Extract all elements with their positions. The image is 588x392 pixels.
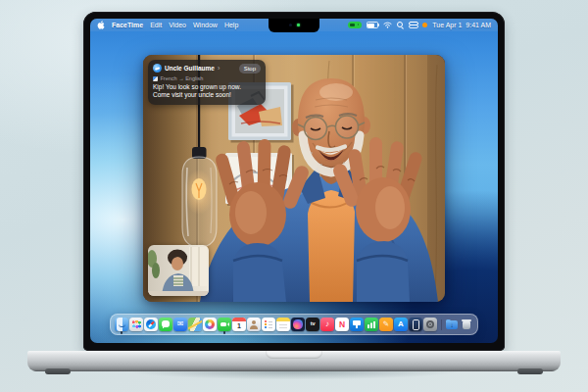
display-notch — [269, 19, 319, 32]
menu-facetime[interactable]: FaceTime — [112, 22, 143, 28]
menu-help[interactable]: Help — [224, 22, 238, 28]
dock-photos[interactable] — [203, 318, 217, 331]
mail-icon: ✉ — [173, 318, 187, 331]
self-view-pip[interactable] — [148, 245, 209, 296]
dock-settings[interactable] — [423, 318, 437, 331]
messages-icon — [159, 318, 172, 331]
spotlight-icon[interactable] — [397, 22, 405, 29]
dock-divider — [441, 319, 442, 330]
dock-reminders[interactable] — [262, 318, 275, 331]
stop-captions-button[interactable]: Stop — [239, 64, 261, 74]
dock-notes[interactable] — [276, 318, 290, 331]
dock-numbers[interactable] — [365, 318, 378, 331]
keynote-icon — [350, 318, 364, 331]
live-caption-overlay: Uncle Guillaume › Stop French → English … — [148, 60, 266, 105]
dock-pages[interactable]: ✎ — [379, 318, 393, 331]
self-video-feed — [148, 245, 209, 296]
dock-messages[interactable] — [159, 318, 172, 331]
translation-language-row: French → English — [153, 75, 261, 81]
menu-window[interactable]: Window — [193, 22, 218, 28]
news-icon: N — [335, 318, 349, 331]
menu-bar-menus: FaceTimeEditVideoWindowHelp — [112, 22, 238, 28]
laptop-shadow — [59, 371, 529, 383]
caption-speaker-name: Uncle Guillaume — [165, 65, 215, 72]
mic-active-indicator — [422, 23, 427, 27]
dock-keynote[interactable] — [350, 318, 364, 331]
pages-icon: ✎ — [379, 318, 393, 331]
apple-menu[interactable] — [97, 21, 105, 29]
dock-calendar[interactable]: 1 — [232, 318, 246, 331]
notes-icon — [276, 318, 290, 331]
facetime-window: Uncle Guillaume › Stop French → English … — [143, 55, 445, 302]
chevron-right-icon: › — [218, 65, 220, 72]
dock-iphone-mirroring[interactable] — [409, 318, 422, 331]
appstore-icon: A — [394, 318, 408, 331]
apple-logo-icon — [97, 21, 105, 29]
dock-trash[interactable] — [460, 318, 473, 331]
music-icon: ♪ — [320, 318, 334, 331]
battery-icon[interactable] — [367, 22, 378, 28]
caption-line-2: Come visit your uncle soon! — [153, 91, 261, 99]
dock-mail[interactable]: ✉ — [173, 318, 187, 331]
macbook-display: FaceTimeEditVideoWindowHelp Tue Apr 1 9:… — [90, 19, 498, 343]
running-indicator — [223, 331, 225, 333]
dock-safari[interactable] — [144, 318, 158, 331]
camera-led-indicator — [297, 24, 300, 26]
dock-downloads[interactable]: ↓ — [445, 318, 459, 331]
facetime-icon — [218, 318, 231, 331]
calendar-icon: 1 — [232, 318, 246, 331]
iphone-mirroring-icon — [409, 318, 422, 331]
running-indicator — [121, 331, 122, 333]
control-center-icon[interactable] — [409, 22, 417, 27]
camera-active-indicator[interactable] — [348, 22, 362, 28]
dock-siri[interactable] — [291, 318, 305, 331]
contacts-icon — [247, 318, 261, 331]
trash-icon — [460, 318, 473, 331]
dock-news[interactable]: N — [335, 318, 349, 331]
numbers-icon — [365, 318, 378, 331]
caption-line-1: Kip! You look so grown up now. — [153, 83, 261, 91]
translate-icon — [153, 76, 158, 81]
dock-music[interactable]: ♪ — [320, 318, 334, 331]
desk-background: FaceTimeEditVideoWindowHelp Tue Apr 1 9:… — [0, 0, 588, 392]
dock-launchpad[interactable] — [129, 318, 143, 331]
dock: ✉1tv♪N✎A↓ — [110, 314, 478, 335]
dock-contacts[interactable] — [247, 318, 261, 331]
dock-maps[interactable] — [188, 318, 202, 331]
tv-icon: tv — [306, 318, 319, 331]
launchpad-icon — [129, 318, 143, 331]
settings-icon — [423, 318, 437, 331]
siri-icon — [291, 318, 305, 331]
menu-edit[interactable]: Edit — [150, 22, 162, 28]
downloads-icon: ↓ — [445, 318, 459, 331]
safari-icon — [144, 318, 158, 331]
macbook-base — [27, 351, 561, 371]
dock-facetime[interactable] — [218, 318, 231, 331]
menu-video[interactable]: Video — [169, 22, 186, 28]
wifi-icon[interactable] — [383, 22, 392, 28]
menu-bar-clock[interactable]: Tue Apr 1 9:41 AM — [432, 22, 491, 28]
finder-icon — [115, 318, 128, 331]
dock-tv[interactable]: tv — [306, 318, 319, 331]
camera-icon — [289, 24, 292, 26]
translation-direction: French → English — [161, 75, 204, 81]
caption-header[interactable]: Uncle Guillaume › Stop — [153, 64, 261, 74]
dock-appstore[interactable]: A — [394, 318, 408, 331]
maps-icon — [188, 318, 202, 331]
translation-orb-icon — [153, 64, 162, 73]
reminders-icon — [262, 318, 275, 331]
photos-icon — [203, 318, 217, 331]
dock-finder[interactable] — [115, 318, 128, 331]
